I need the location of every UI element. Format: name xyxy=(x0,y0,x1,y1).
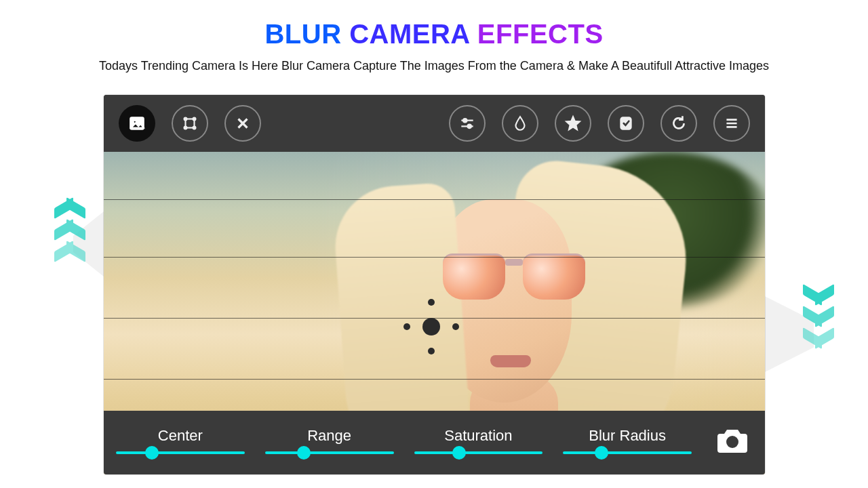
top-toolbar xyxy=(104,95,765,152)
refresh-icon xyxy=(670,115,688,132)
star-icon xyxy=(564,115,582,132)
slider-saturation-label: Saturation xyxy=(444,427,512,445)
slider-range[interactable]: Range xyxy=(265,427,394,454)
app-frame: Center Range Saturation Blur Radius xyxy=(104,95,765,474)
close-icon xyxy=(234,115,252,132)
svg-point-3 xyxy=(184,118,187,121)
svg-point-11 xyxy=(463,119,467,122)
slider-blur-radius[interactable]: Blur Radius xyxy=(563,427,692,454)
adjust-button[interactable] xyxy=(449,105,486,142)
slider-range-label: Range xyxy=(307,427,351,445)
slider-blur-radius-track[interactable] xyxy=(563,451,692,454)
title-word-2: CAMERA xyxy=(349,19,469,49)
page-title: BLUR CAMERA EFFECTS xyxy=(0,19,868,49)
svg-point-12 xyxy=(468,125,471,128)
menu-icon xyxy=(723,115,741,132)
page-subtitle: Todays Trending Camera Is Here Blur Came… xyxy=(0,59,868,73)
droplet-icon xyxy=(511,115,529,132)
svg-point-6 xyxy=(193,127,196,129)
slider-saturation-thumb[interactable] xyxy=(452,446,466,460)
camera-icon xyxy=(716,427,749,454)
menu-button[interactable] xyxy=(713,105,750,142)
reset-button[interactable] xyxy=(660,105,697,142)
gallery-icon xyxy=(128,115,146,132)
capture-button[interactable] xyxy=(712,420,753,461)
crop-button[interactable] xyxy=(172,105,208,142)
bottom-controls: Center Range Saturation Blur Radius xyxy=(104,411,765,474)
sliders-icon xyxy=(458,115,476,132)
slider-range-thumb[interactable] xyxy=(297,446,311,460)
save-icon xyxy=(617,115,635,132)
title-word-3: EFFECTS xyxy=(477,19,604,49)
title-word-1: BLUR xyxy=(264,19,341,49)
slider-saturation[interactable]: Saturation xyxy=(414,427,543,454)
favorite-button[interactable] xyxy=(555,105,591,142)
slider-center-label: Center xyxy=(158,427,203,445)
save-button[interactable] xyxy=(608,105,644,142)
slider-blur-radius-label: Blur Radius xyxy=(589,427,666,445)
slider-center-thumb[interactable] xyxy=(145,446,159,460)
svg-point-5 xyxy=(184,127,187,129)
svg-point-4 xyxy=(193,118,196,121)
svg-point-17 xyxy=(726,436,738,448)
slider-center[interactable]: Center xyxy=(116,427,245,454)
slider-saturation-track[interactable] xyxy=(414,451,543,454)
close-button[interactable] xyxy=(224,105,261,142)
slider-blur-radius-thumb[interactable] xyxy=(595,446,608,460)
blur-button[interactable] xyxy=(502,105,538,142)
crop-icon xyxy=(181,115,199,132)
gallery-button[interactable] xyxy=(119,105,155,142)
slider-range-track[interactable] xyxy=(265,451,394,454)
slider-center-track[interactable] xyxy=(116,451,245,454)
